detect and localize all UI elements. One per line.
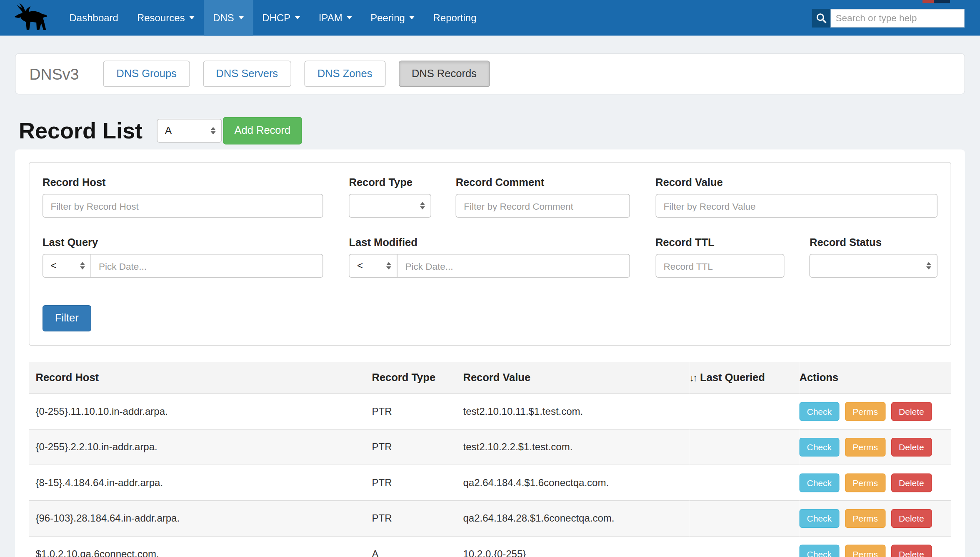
record-status-filter-select[interactable] [810,254,938,278]
record-comment-filter-input[interactable] [456,194,630,218]
last-queried-cell [690,536,800,557]
clipped-topright-element [922,0,950,3]
record-type-label: Record Type [349,176,431,189]
record-type-cell: A [372,536,463,557]
tab-dns-records[interactable]: DNS Records [398,61,490,87]
nav-item-ipam[interactable]: IPAM [309,0,361,36]
delete-button[interactable]: Delete [891,402,932,421]
record-value-cell: test2.10.2.2.$1.test.com. [463,429,690,465]
record-value-cell: 10.2.0.{0-255} [463,536,690,557]
last-query-operator-select[interactable]: < [42,254,91,278]
nav-item-peering[interactable]: Peering [361,0,424,36]
perms-button[interactable]: Perms [845,438,885,457]
moose-logo-icon [11,2,50,33]
record-value-label: Record Value [655,176,938,189]
record-host-cell: $1.0.2.10.qa.6connect.com. [29,536,372,557]
tab-dns-groups[interactable]: DNS Groups [103,61,190,87]
record-comment-label: Record Comment [456,176,630,189]
col-header-actions: Actions [800,362,952,394]
record-value-filter-input[interactable] [655,194,938,218]
table-row: {0-255}.2.2.10.in-addr.arpa. PTR test2.1… [29,429,951,465]
nav-item-reporting[interactable]: Reporting [424,0,486,36]
last-modified-operator-select[interactable]: < [349,254,398,278]
check-button[interactable]: Check [800,402,840,421]
col-header-record-type[interactable]: Record Type [372,362,463,394]
record-host-filter-input[interactable] [42,194,323,218]
caret-down-icon [347,16,352,20]
nav-item-resources[interactable]: Resources [128,0,203,36]
last-query-date-input[interactable] [91,254,323,278]
search-icon[interactable] [812,8,831,27]
tab-dns-zones[interactable]: DNS Zones [304,61,385,87]
record-host-cell: {8-15}.4.184.64.in-addr.arpa. [29,465,372,501]
filter-button[interactable]: Filter [42,305,91,331]
record-list-header: Record List A Add Record [19,117,965,145]
nav-item-dashboard[interactable]: Dashboard [60,0,128,36]
check-button[interactable]: Check [800,474,840,492]
main-nav: Dashboard Resources DNS DHCP IPAM Peerin… [60,0,486,36]
col-header-record-value[interactable]: Record Value [463,362,690,394]
caret-down-icon [409,16,414,20]
record-ttl-label: Record TTL [655,236,785,249]
last-queried-cell [690,429,800,465]
col-header-last-queried[interactable]: ↓↑Last Queried [690,362,800,394]
record-host-cell: {0-255}.11.10.10.in-addr.arpa. [29,394,372,429]
last-queried-cell [690,465,800,501]
record-host-cell: {96-103}.28.184.64.in-addr.arpa. [29,501,372,537]
search-input[interactable] [831,8,965,27]
select-stepper-icon [380,262,391,270]
actions-cell: Check Perms Delete [800,429,952,465]
check-button[interactable]: Check [800,545,840,557]
perms-button[interactable]: Perms [845,402,885,421]
check-button[interactable]: Check [800,438,840,457]
app-logo[interactable] [0,0,60,36]
delete-button[interactable]: Delete [891,545,932,557]
delete-button[interactable]: Delete [891,438,932,457]
last-queried-cell [690,394,800,429]
record-ttl-filter-input[interactable] [655,254,785,278]
perms-button[interactable]: Perms [845,545,885,557]
col-header-record-host[interactable]: Record Host [29,362,372,394]
select-stepper-icon [74,262,85,270]
last-query-label: Last Query [42,236,323,249]
page: Dashboard Resources DNS DHCP IPAM Peerin… [0,0,980,557]
filter-panel: Record Host Record Type Record Comment R… [29,162,951,346]
records-table: Record Host Record Type Record Value ↓↑L… [29,362,951,557]
caret-down-icon [295,16,300,20]
top-navbar: Dashboard Resources DNS DHCP IPAM Peerin… [0,0,980,36]
actions-cell: Check Perms Delete [800,394,952,429]
table-row: {8-15}.4.184.64.in-addr.arpa. PTR qa2.64… [29,465,951,501]
check-button[interactable]: Check [800,509,840,528]
table-row: {0-255}.11.10.10.in-addr.arpa. PTR test2… [29,394,951,429]
sort-icon[interactable]: ↓↑ [690,372,697,383]
last-modified-date-input[interactable] [397,254,630,278]
record-type-select[interactable]: A [157,119,222,143]
record-type-cell: PTR [372,429,463,465]
page-title: Record List [19,117,142,145]
perms-button[interactable]: Perms [845,509,885,528]
nav-item-dns[interactable]: DNS [204,0,253,36]
nav-item-dhcp[interactable]: DHCP [253,0,310,36]
delete-button[interactable]: Delete [891,474,932,492]
record-host-label: Record Host [42,176,323,189]
perms-button[interactable]: Perms [845,474,885,492]
delete-button[interactable]: Delete [891,509,932,528]
select-stepper-icon [920,262,931,270]
record-type-filter-select[interactable] [349,194,431,218]
record-type-cell: PTR [372,465,463,501]
table-row: {96-103}.28.184.64.in-addr.arpa. PTR qa2… [29,501,951,537]
dns-subnav: DNSv3 DNS Groups DNS Servers DNS Zones D… [15,53,965,95]
global-search [812,8,965,27]
record-value-cell: test2.10.10.11.$1.test.com. [463,394,690,429]
record-type-cell: PTR [372,501,463,537]
record-host-cell: {0-255}.2.2.10.in-addr.arpa. [29,429,372,465]
table-row: $1.0.2.10.qa.6connect.com. A 10.2.0.{0-2… [29,536,951,557]
last-queried-cell [690,501,800,537]
caret-down-icon [189,16,194,20]
tab-dns-servers[interactable]: DNS Servers [203,61,291,87]
add-record-button[interactable]: Add Record [223,117,302,145]
record-value-cell: qa2.64.184.28.$1.6conectqa.com. [463,501,690,537]
actions-cell: Check Perms Delete [800,536,952,557]
record-value-cell: qa2.64.184.4.$1.6conectqa.com. [463,465,690,501]
records-panel: Record Host Record Type Record Comment R… [15,150,965,557]
